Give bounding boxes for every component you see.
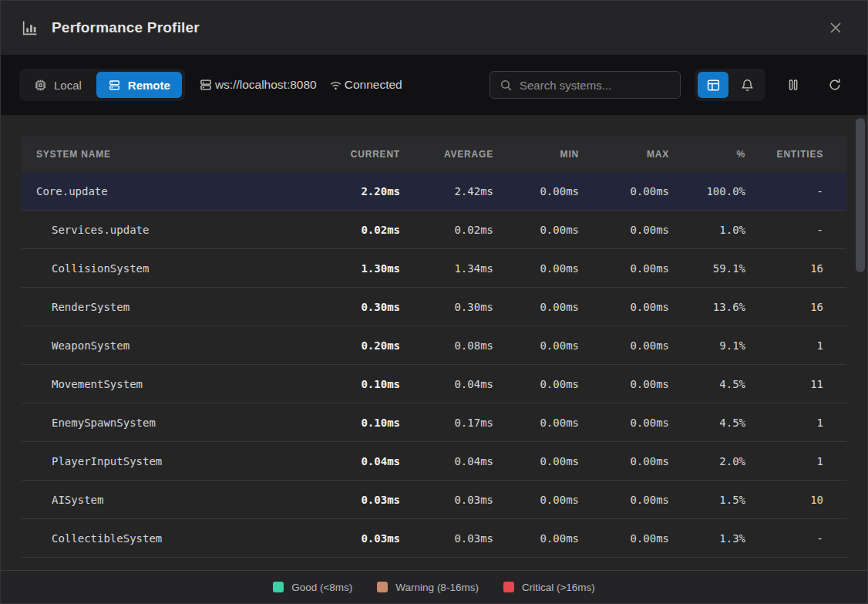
table-row[interactable]: AISystem0.03ms0.03ms0.00ms0.00ms1.5%10 (22, 481, 846, 519)
average-cell: 0.04ms (408, 378, 501, 390)
legend-label: Warning (8-16ms) (395, 582, 479, 593)
table-header-row: System NameCurrentAverageMinMax%Entities (22, 137, 846, 172)
col-percent[interactable]: % (677, 149, 753, 160)
system-name-cell: Core.update (22, 185, 323, 197)
pause-button[interactable] (779, 71, 807, 99)
table-row[interactable]: PlayerInputSystem0.04ms0.04ms0.00ms0.00m… (22, 442, 846, 481)
performance-profiler-window: Performance Profiler Local (0, 0, 868, 604)
pause-icon (786, 78, 800, 92)
max-cell: 0.00ms (587, 378, 677, 390)
close-button[interactable] (824, 16, 847, 39)
min-cell: 0.00ms (501, 339, 587, 352)
wifi-icon (329, 79, 342, 92)
title-bar: Performance Profiler (1, 1, 867, 55)
col-system-name[interactable]: System Name (22, 149, 323, 160)
percent-cell: 13.6% (677, 301, 753, 313)
table-row[interactable]: CollisionSystem1.30ms1.34ms0.00ms0.00ms5… (22, 249, 846, 288)
table-row[interactable]: CollectibleSystem0.03ms0.03ms0.00ms0.00m… (22, 519, 846, 558)
max-cell: 0.00ms (587, 532, 677, 545)
current-cell: 0.04ms (323, 455, 408, 467)
system-name-cell: RenderSystem (22, 301, 323, 313)
percent-cell: 1.0% (677, 224, 753, 236)
min-cell: 0.00ms (501, 417, 587, 429)
percent-cell: 100.0% (677, 185, 753, 197)
min-cell: 0.00ms (501, 455, 587, 467)
system-name-cell: EnemySpawnSystem (22, 417, 323, 429)
table-row[interactable]: EnemySpawnSystem0.10ms0.17ms0.00ms0.00ms… (22, 403, 846, 442)
legend-label: Critical (>16ms) (522, 582, 595, 593)
local-tab-button[interactable]: Local (22, 72, 93, 98)
max-cell: 0.00ms (587, 339, 677, 352)
table-row[interactable]: MovementSystem0.10ms0.04ms0.00ms0.00ms4.… (22, 365, 846, 403)
average-cell: 0.08ms (408, 339, 501, 352)
entities-cell: - (753, 185, 846, 197)
current-cell: 0.03ms (323, 532, 408, 545)
min-cell: 0.00ms (501, 494, 587, 506)
ws-url-text: ws://localhost:8080 (215, 78, 317, 92)
min-cell: 0.00ms (501, 301, 587, 313)
max-cell: 0.00ms (587, 185, 677, 197)
legend-item: Good (<8ms) (273, 582, 352, 593)
remote-tab-button[interactable]: Remote (96, 72, 182, 98)
connection-info: ws://localhost:8080 Connected (199, 78, 402, 92)
percent-cell: 4.5% (677, 378, 753, 390)
refresh-button[interactable] (821, 71, 849, 99)
entities-cell: 16 (753, 301, 846, 313)
percent-cell: 1.3% (677, 532, 753, 545)
entities-cell: 1 (753, 339, 846, 352)
bell-icon (740, 78, 755, 93)
system-name-cell: CollectibleSystem (22, 532, 323, 545)
cpu-chip-icon (34, 79, 47, 92)
average-cell: 2.42ms (408, 185, 501, 197)
table-row[interactable]: RenderSystem0.30ms0.30ms0.00ms0.00ms13.6… (22, 288, 846, 326)
max-cell: 0.00ms (587, 494, 677, 506)
percent-cell: 59.1% (677, 262, 753, 275)
view-button-group (695, 69, 765, 101)
toolbar: Local Remote ws://loc (1, 55, 867, 115)
system-name-cell: Services.update (22, 224, 323, 236)
min-cell: 0.00ms (501, 532, 587, 545)
table-row[interactable]: WeaponSystem0.20ms0.08ms0.00ms0.00ms9.1%… (22, 326, 846, 365)
system-name-cell: AISystem (22, 494, 323, 506)
table-body: Core.update2.20ms2.42ms0.00ms0.00ms100.0… (22, 172, 846, 558)
entities-cell: 1 (753, 455, 846, 467)
col-current[interactable]: Current (323, 149, 408, 160)
refresh-icon (828, 78, 842, 92)
average-cell: 0.30ms (408, 301, 501, 313)
max-cell: 0.00ms (587, 301, 677, 313)
table-row[interactable]: Services.update0.02ms0.02ms0.00ms0.00ms1… (22, 211, 846, 249)
average-cell: 0.02ms (408, 224, 501, 236)
col-min[interactable]: Min (501, 149, 587, 160)
percent-cell: 9.1% (677, 339, 753, 352)
search-box[interactable] (490, 71, 681, 99)
system-name-cell: WeaponSystem (22, 339, 323, 352)
min-cell: 0.00ms (501, 262, 587, 275)
server-icon (108, 79, 121, 92)
system-name-cell: CollisionSystem (22, 262, 323, 275)
current-cell: 0.30ms (323, 301, 408, 313)
connection-status-text: Connected (345, 78, 402, 92)
col-entities[interactable]: Entities (753, 149, 846, 160)
col-average[interactable]: Average (408, 149, 501, 160)
min-cell: 0.00ms (501, 378, 587, 390)
current-cell: 0.02ms (323, 224, 408, 236)
vertical-scrollbar-thumb[interactable] (856, 118, 865, 272)
col-max[interactable]: Max (587, 149, 677, 160)
entities-cell: - (753, 224, 846, 236)
legend-label: Good (<8ms) (291, 582, 352, 593)
min-cell: 0.00ms (501, 185, 587, 197)
search-input[interactable] (520, 79, 671, 92)
connection-status: Connected (329, 78, 402, 92)
table-view-button[interactable] (698, 72, 728, 98)
table-container: System NameCurrentAverageMinMax%Entities… (1, 115, 867, 572)
system-name-cell: MovementSystem (22, 378, 323, 390)
legend-footer: Good (<8ms)Warning (8-16ms)Critical (>16… (1, 570, 867, 603)
entities-cell: 10 (753, 494, 846, 506)
source-toggle-group: Local Remote (19, 69, 185, 101)
alerts-button[interactable] (732, 72, 762, 98)
average-cell: 0.17ms (408, 417, 501, 429)
current-cell: 0.03ms (323, 494, 408, 506)
average-cell: 0.03ms (408, 532, 501, 545)
table-row[interactable]: Core.update2.20ms2.42ms0.00ms0.00ms100.0… (22, 172, 846, 211)
current-cell: 1.30ms (323, 262, 408, 275)
